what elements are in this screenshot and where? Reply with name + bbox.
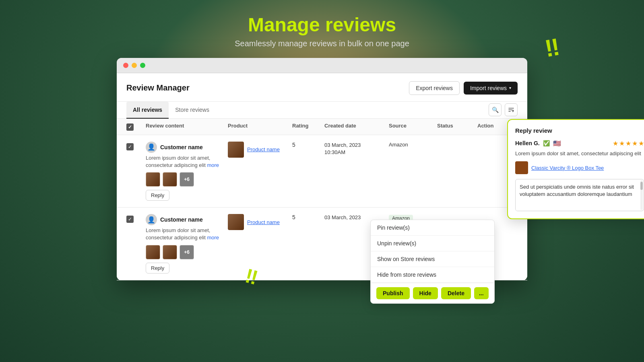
- select-all-checkbox[interactable]: [126, 123, 134, 131]
- app-content: Review Manager Export reviews Import rev…: [117, 73, 527, 280]
- app-title: Review Manager: [126, 83, 190, 93]
- import-reviews-button[interactable]: Import reviews ▾: [464, 82, 518, 95]
- dropdown-show-store[interactable]: Show on Store reviews: [371, 251, 494, 267]
- row2-img-more[interactable]: +6: [180, 245, 194, 259]
- row1-img1: [146, 172, 160, 187]
- row2-avatar: 👤: [146, 214, 157, 225]
- row2-images: +6: [146, 245, 224, 259]
- dropdown-pin[interactable]: Pin review(s): [371, 220, 494, 236]
- tab-actions: 🔍: [489, 103, 518, 116]
- page-title: Manage reviews: [235, 14, 409, 36]
- star2: ★: [619, 140, 625, 147]
- row2-customer-name: Customer name: [160, 216, 203, 223]
- row1-reply-button[interactable]: Reply: [146, 190, 169, 201]
- reply-panel: Reply review Hellen G. ✅ 🇺🇸 ★ ★ ★ ★ ★: [507, 119, 644, 220]
- row1-more-link[interactable]: more: [207, 162, 219, 168]
- row1-checkbox[interactable]: [126, 143, 134, 150]
- star3: ★: [625, 140, 631, 147]
- tab-store-reviews[interactable]: Store reviews: [169, 102, 216, 119]
- row1-images: +6: [146, 172, 224, 187]
- row1-rating: 5: [292, 142, 324, 148]
- sort-icon[interactable]: [505, 103, 518, 116]
- col-status: Status: [437, 123, 477, 131]
- maximize-button[interactable]: [140, 63, 145, 68]
- row1-avatar: 👤: [146, 142, 157, 153]
- stars-row: ★ ★ ★ ★ ★: [613, 140, 644, 147]
- row1-product-name[interactable]: Product name: [247, 146, 280, 152]
- row2-product: Product name: [228, 214, 292, 230]
- row1-review-content: 👤 Customer name Lorem ipsum dolor sit am…: [146, 142, 228, 201]
- hide-button[interactable]: Hide: [413, 287, 438, 299]
- top-bar-actions: Export reviews Import reviews ▾: [409, 81, 518, 95]
- col-product: Product: [228, 123, 292, 131]
- reply-panel-title: Reply review: [515, 127, 644, 134]
- row1-product-thumb: [228, 142, 244, 158]
- row1-img-more[interactable]: +6: [180, 172, 194, 187]
- reply-textarea[interactable]: [516, 179, 638, 211]
- row1-date: 03 March, 2023 10:30AM: [324, 142, 389, 156]
- scrollbar-thumb[interactable]: [640, 182, 643, 190]
- row2-checkbox[interactable]: [126, 216, 134, 223]
- search-icon: 🔍: [492, 107, 499, 113]
- row2-img2: [163, 245, 177, 259]
- minimize-button[interactable]: [132, 63, 137, 68]
- row1-customer-name: Customer name: [160, 144, 203, 150]
- publish-button[interactable]: Publish: [376, 287, 410, 299]
- table-row: 👤 Customer name Lorem ipsum dolor sit am…: [117, 208, 527, 280]
- star5: ★: [638, 140, 644, 147]
- action-buttons-row: Publish Hide Delete ...: [371, 283, 494, 303]
- reply-product-name[interactable]: Classic Varcity ® Logo Box Tee: [531, 165, 604, 171]
- row2-img1: [146, 245, 160, 259]
- scrollbar-track: [640, 180, 643, 210]
- page-header: Manage reviews Seamlessly manage reviews…: [235, 0, 409, 48]
- col-created-date: Created date: [324, 123, 389, 131]
- reply-product-thumb: [515, 161, 528, 174]
- chevron-down-icon: ▾: [509, 86, 511, 90]
- reply-review-text: Lorem ipsum dolor sit amet, consectetur …: [515, 150, 644, 158]
- row2-more-link[interactable]: more: [207, 234, 219, 241]
- row2-review-content: 👤 Customer name Lorem ipsum dolor sit am…: [146, 214, 228, 273]
- row1-source: Amazon: [389, 142, 437, 148]
- reviewer-name: Hellen G.: [515, 140, 540, 146]
- table: Review content Product Rating Created da…: [117, 119, 527, 280]
- close-button[interactable]: [123, 63, 128, 68]
- row2-rating: 5: [292, 214, 324, 220]
- export-reviews-button[interactable]: Export reviews: [409, 81, 460, 95]
- star1: ★: [613, 140, 618, 147]
- table-row: 👤 Customer name Lorem ipsum dolor sit am…: [117, 135, 527, 208]
- verified-badge-icon: ✅: [543, 140, 550, 146]
- row1-product: Product name: [228, 142, 292, 158]
- decoration-exclaim-right: ‼: [543, 33, 562, 62]
- row2-product-thumb: [228, 214, 244, 230]
- more-button[interactable]: ...: [474, 287, 489, 299]
- reply-reviewer-row: Hellen G. ✅ 🇺🇸 ★ ★ ★ ★ ★: [515, 140, 644, 147]
- table-header: Review content Product Rating Created da…: [117, 119, 527, 135]
- page-subtitle: Seamlessly manage reviews in bulk on one…: [235, 39, 409, 48]
- app-window: ‼ ‼ Review Manager Export reviews Import…: [117, 58, 527, 280]
- dropdown-unpin[interactable]: Unpin review(s): [371, 236, 494, 251]
- tabs-bar: All reviews Store reviews 🔍: [117, 102, 527, 119]
- row1-review-text: Lorem ipsum dolor sit amet, consectetur …: [146, 154, 224, 169]
- col-source: Source: [389, 123, 437, 131]
- reply-textarea-container: [515, 179, 644, 211]
- col-review-content: Review content: [146, 123, 228, 131]
- top-bar: Review Manager Export reviews Import rev…: [117, 73, 527, 102]
- titlebar: [117, 58, 527, 73]
- star4: ★: [632, 140, 638, 147]
- action-dropdown: Pin review(s) Unpin review(s) Show on St…: [370, 220, 495, 304]
- row1-img2: [163, 172, 177, 187]
- row2-review-text: Lorem ipsum dolor sit amet, consectetur …: [146, 227, 224, 241]
- flag-icon: 🇺🇸: [553, 140, 561, 147]
- row2-reply-button[interactable]: Reply: [146, 263, 169, 274]
- delete-button[interactable]: Delete: [441, 287, 471, 299]
- tab-all-reviews[interactable]: All reviews: [126, 102, 169, 119]
- dropdown-hide-store[interactable]: Hide from store reviews: [371, 267, 494, 283]
- row2-product-name[interactable]: Product name: [247, 219, 280, 225]
- search-filter-icon[interactable]: 🔍: [489, 103, 502, 116]
- tabs: All reviews Store reviews: [126, 102, 216, 118]
- col-rating: Rating: [292, 123, 324, 131]
- reply-product-row: Classic Varcity ® Logo Box Tee: [515, 161, 644, 174]
